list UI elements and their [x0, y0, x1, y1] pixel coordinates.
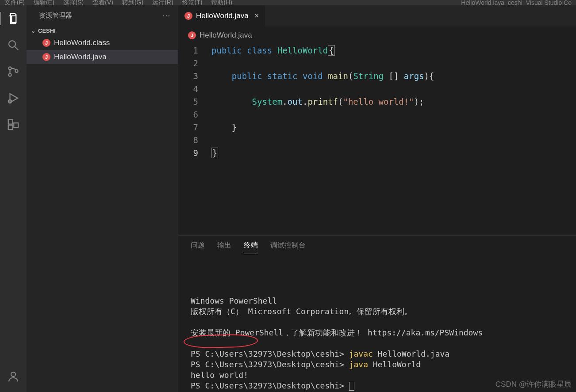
svg-point-4: [15, 70, 18, 72]
line-number: 4: [178, 83, 198, 95]
code-line[interactable]: }: [211, 121, 576, 134]
menubar-left: 文件(F)编辑(E)选择(S)查看(V)转到(G)运行(R)终端(T)帮助(H): [4, 0, 232, 5]
explorer-icon[interactable]: [0, 12, 26, 25]
panel-tab[interactable]: 问题: [191, 241, 205, 254]
line-number: 7: [178, 121, 198, 134]
account-icon[interactable]: [0, 370, 27, 383]
tabs: JHelloWorld.java×: [178, 5, 576, 27]
file-label: HelloWorld.class: [54, 38, 110, 47]
code-line[interactable]: [211, 134, 576, 147]
editor-tab[interactable]: JHelloWorld.java×: [178, 5, 265, 27]
gutter: 123456789: [178, 44, 211, 235]
terminal-line: [191, 317, 564, 327]
svg-point-0: [9, 41, 15, 47]
search-icon[interactable]: [0, 38, 27, 52]
sidebar-title: 资源管理器: [39, 11, 72, 20]
chevron-down-icon: ⌄: [31, 28, 35, 34]
code-line[interactable]: [211, 83, 576, 95]
code-line[interactable]: }: [211, 147, 576, 160]
code-line[interactable]: [211, 108, 576, 121]
svg-rect-9: [14, 123, 18, 127]
code-content[interactable]: public class HelloWorld{ public static v…: [211, 44, 576, 235]
menu-item[interactable]: 转到(G): [122, 0, 143, 5]
extensions-icon[interactable]: [0, 118, 27, 131]
terminal-line: 版权所有（C） Microsoft Corporation。保留所有权利。: [191, 306, 564, 317]
sidebar: 资源管理器 ⋯ ⌄ CESHI JHelloWorld.classJHelloW…: [27, 5, 178, 392]
terminal-line: [191, 338, 564, 349]
folder-header[interactable]: ⌄ CESHI: [27, 26, 178, 36]
terminal-line: PS C:\Users\32973\Desktop\ceshi> java He…: [191, 359, 564, 370]
java-file-icon: J: [184, 12, 192, 20]
line-number: 8: [178, 134, 198, 147]
svg-rect-7: [8, 120, 13, 124]
line-number: 1: [178, 44, 198, 57]
line-number: 5: [178, 95, 198, 108]
java-file-icon: J: [42, 39, 50, 47]
source-control-icon[interactable]: [0, 65, 27, 78]
menu-item[interactable]: 文件(F): [4, 0, 25, 5]
code-line[interactable]: [211, 57, 576, 70]
sidebar-header: 资源管理器 ⋯: [27, 5, 178, 26]
more-icon[interactable]: ⋯: [162, 11, 170, 20]
line-number: 6: [178, 108, 198, 121]
file-label: HelloWorld.java: [54, 53, 107, 61]
run-debug-icon[interactable]: [0, 91, 27, 105]
title-part: HelloWorld.java: [461, 0, 504, 5]
java-file-icon: J: [188, 31, 196, 39]
menu-item[interactable]: 编辑(E): [34, 0, 54, 5]
terminal-line: Windows PowerShell: [191, 296, 564, 306]
code-editor[interactable]: 123456789 public class HelloWorld{ publi…: [178, 44, 576, 235]
folder-name: CESHI: [38, 27, 56, 34]
menu-item[interactable]: 查看(V): [92, 0, 113, 5]
menubar: 文件(F)编辑(E)选择(S)查看(V)转到(G)运行(R)终端(T)帮助(H)…: [0, 0, 576, 5]
terminal-line: PS C:\Users\32973\Desktop\ceshi> javac H…: [191, 349, 564, 359]
menu-item[interactable]: 选择(S): [63, 0, 84, 5]
title-part: ceshi: [508, 0, 522, 5]
menu-item[interactable]: 帮助(H): [211, 0, 232, 5]
breadcrumb[interactable]: J HelloWorld.java: [178, 27, 576, 44]
title-part: Visual Studio Co: [526, 0, 572, 5]
terminal-cursor: [349, 382, 354, 391]
menu-item[interactable]: 终端(T): [182, 0, 203, 5]
panel-tab[interactable]: 终端: [244, 241, 258, 254]
svg-point-3: [8, 73, 11, 76]
terminal[interactable]: Windows PowerShell版权所有（C） Microsoft Corp…: [178, 254, 576, 392]
svg-line-1: [15, 47, 19, 50]
code-line[interactable]: public static void main(String [] args){: [211, 70, 576, 83]
panel: 问题输出终端调试控制台 Windows PowerShell版权所有（C） Mi…: [178, 235, 576, 392]
main: 资源管理器 ⋯ ⌄ CESHI JHelloWorld.classJHelloW…: [0, 5, 576, 392]
close-icon[interactable]: ×: [255, 12, 259, 20]
menubar-right: HelloWorld.javaceshiVisual Studio Co: [461, 0, 572, 5]
java-file-icon: J: [42, 53, 50, 61]
breadcrumb-label: HelloWorld.java: [200, 31, 252, 40]
svg-rect-8: [8, 125, 13, 129]
line-number: 2: [178, 57, 198, 70]
svg-point-2: [8, 67, 11, 69]
file-item[interactable]: JHelloWorld.class: [27, 36, 178, 50]
menu-item[interactable]: 运行(R): [152, 0, 173, 5]
activity-bar: [0, 5, 27, 392]
file-item[interactable]: JHelloWorld.java: [27, 50, 178, 64]
panel-tabs: 问题输出终端调试控制台: [178, 236, 576, 254]
editor-area: JHelloWorld.java× J HelloWorld.java 1234…: [178, 5, 576, 392]
code-line[interactable]: public class HelloWorld{: [211, 44, 576, 57]
line-number: 9: [178, 147, 198, 160]
line-number: 3: [178, 70, 198, 83]
terminal-line: 安装最新的 PowerShell，了解新功能和改进！ https://aka.m…: [191, 327, 564, 338]
watermark: CSDN @许你满眼星辰: [495, 379, 572, 389]
tab-label: HelloWorld.java: [196, 11, 249, 20]
panel-tab[interactable]: 输出: [217, 241, 231, 254]
file-list: JHelloWorld.classJHelloWorld.java: [27, 36, 178, 64]
code-line[interactable]: System.out.printf("hello world!");: [211, 95, 576, 108]
svg-point-10: [11, 372, 15, 377]
panel-tab[interactable]: 调试控制台: [270, 241, 306, 254]
